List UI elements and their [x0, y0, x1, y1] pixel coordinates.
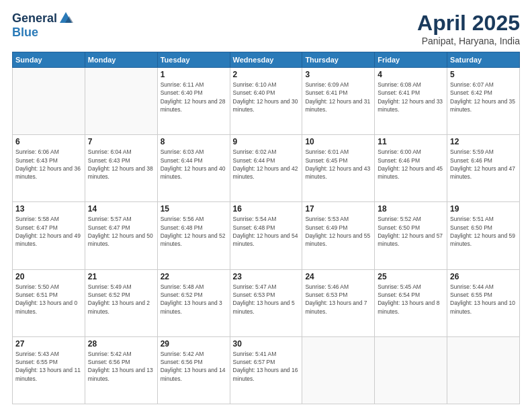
- day-detail: Sunrise: 5:49 AMSunset: 6:52 PMDaylight:…: [88, 283, 154, 316]
- title-block: April 2025 Panipat, Haryana, India: [417, 11, 520, 46]
- day-detail: Sunrise: 6:07 AMSunset: 6:42 PMDaylight:…: [450, 81, 517, 113]
- day-detail: Sunrise: 5:57 AMSunset: 6:47 PMDaylight:…: [88, 215, 154, 248]
- table-row: 27 Sunrise: 5:43 AMSunset: 6:55 PMDaylig…: [13, 336, 85, 404]
- day-number: 22: [161, 272, 227, 281]
- day-number: 12: [450, 137, 517, 146]
- table-row: 15 Sunrise: 5:56 AMSunset: 6:48 PMDaylig…: [157, 202, 230, 269]
- day-detail: Sunrise: 5:43 AMSunset: 6:55 PMDaylight:…: [15, 350, 82, 383]
- header-wednesday: Wednesday: [230, 52, 302, 68]
- day-number: 11: [378, 137, 444, 146]
- title-month: April 2025: [417, 11, 520, 36]
- day-detail: Sunrise: 5:42 AMSunset: 6:56 PMDaylight:…: [161, 350, 227, 383]
- day-detail: Sunrise: 6:06 AMSunset: 6:43 PMDaylight:…: [15, 148, 82, 181]
- day-detail: Sunrise: 6:01 AMSunset: 6:45 PMDaylight:…: [305, 148, 371, 181]
- table-row: [85, 68, 157, 135]
- table-row: 5 Sunrise: 6:07 AMSunset: 6:42 PMDayligh…: [447, 68, 520, 135]
- logo-general-text: General: [12, 11, 57, 26]
- day-number: 8: [161, 137, 227, 146]
- day-number: 27: [15, 339, 82, 349]
- page: General Blue April 2025 Panipat, Haryana…: [0, 0, 532, 411]
- table-row: 26 Sunrise: 5:44 AMSunset: 6:55 PMDaylig…: [447, 269, 520, 336]
- table-row: 8 Sunrise: 6:03 AMSunset: 6:44 PMDayligh…: [157, 135, 230, 202]
- day-number: 6: [15, 137, 82, 146]
- day-detail: Sunrise: 5:54 AMSunset: 6:48 PMDaylight:…: [233, 215, 300, 248]
- table-row: 14 Sunrise: 5:57 AMSunset: 6:47 PMDaylig…: [85, 202, 157, 269]
- day-number: 16: [233, 204, 300, 214]
- day-detail: Sunrise: 5:53 AMSunset: 6:49 PMDaylight:…: [305, 215, 371, 248]
- logo: General Blue: [12, 11, 73, 40]
- table-row: 19 Sunrise: 5:51 AMSunset: 6:50 PMDaylig…: [447, 202, 520, 269]
- day-number: 1: [161, 70, 227, 79]
- table-row: 11 Sunrise: 6:00 AMSunset: 6:46 PMDaylig…: [375, 135, 447, 202]
- table-row: 18 Sunrise: 5:52 AMSunset: 6:50 PMDaylig…: [375, 202, 447, 269]
- day-number: 28: [88, 339, 154, 349]
- header-friday: Friday: [375, 52, 447, 68]
- day-number: 23: [233, 272, 300, 281]
- table-row: 10 Sunrise: 6:01 AMSunset: 6:45 PMDaylig…: [302, 135, 375, 202]
- table-row: 2 Sunrise: 6:10 AMSunset: 6:40 PMDayligh…: [230, 68, 302, 135]
- table-row: 4 Sunrise: 6:08 AMSunset: 6:41 PMDayligh…: [375, 68, 447, 135]
- day-detail: Sunrise: 6:03 AMSunset: 6:44 PMDaylight:…: [161, 148, 227, 181]
- day-number: 13: [15, 204, 82, 214]
- day-number: 3: [305, 70, 371, 79]
- day-number: 15: [161, 204, 227, 214]
- day-detail: Sunrise: 5:51 AMSunset: 6:50 PMDaylight:…: [450, 215, 517, 248]
- header-sunday: Sunday: [13, 52, 85, 68]
- day-number: 4: [378, 70, 444, 79]
- table-row: [13, 68, 85, 135]
- day-detail: Sunrise: 6:09 AMSunset: 6:41 PMDaylight:…: [305, 81, 371, 113]
- table-row: 12 Sunrise: 5:59 AMSunset: 6:46 PMDaylig…: [447, 135, 520, 202]
- table-row: 22 Sunrise: 5:48 AMSunset: 6:52 PMDaylig…: [157, 269, 230, 336]
- table-row: 3 Sunrise: 6:09 AMSunset: 6:41 PMDayligh…: [302, 68, 375, 135]
- header: General Blue April 2025 Panipat, Haryana…: [12, 11, 520, 46]
- table-row: [375, 336, 447, 404]
- table-row: 29 Sunrise: 5:42 AMSunset: 6:56 PMDaylig…: [157, 336, 230, 404]
- day-number: 18: [378, 204, 444, 214]
- day-number: 21: [88, 272, 154, 281]
- day-detail: Sunrise: 6:08 AMSunset: 6:41 PMDaylight:…: [378, 81, 444, 113]
- calendar-header-row: Sunday Monday Tuesday Wednesday Thursday…: [13, 52, 520, 68]
- logo-blue-text: Blue: [12, 26, 38, 39]
- table-row: 24 Sunrise: 5:46 AMSunset: 6:53 PMDaylig…: [302, 269, 375, 336]
- day-number: 25: [378, 272, 444, 281]
- day-detail: Sunrise: 5:48 AMSunset: 6:52 PMDaylight:…: [161, 283, 227, 316]
- day-detail: Sunrise: 6:11 AMSunset: 6:40 PMDaylight:…: [161, 81, 227, 113]
- table-row: 30 Sunrise: 5:41 AMSunset: 6:57 PMDaylig…: [230, 336, 302, 404]
- day-number: 19: [450, 204, 517, 214]
- table-row: 28 Sunrise: 5:42 AMSunset: 6:56 PMDaylig…: [85, 336, 157, 404]
- day-number: 20: [15, 272, 82, 281]
- day-detail: Sunrise: 5:41 AMSunset: 6:57 PMDaylight:…: [233, 350, 300, 383]
- title-location: Panipat, Haryana, India: [417, 36, 520, 46]
- header-tuesday: Tuesday: [157, 52, 230, 68]
- day-detail: Sunrise: 5:44 AMSunset: 6:55 PMDaylight:…: [450, 283, 517, 316]
- day-detail: Sunrise: 6:02 AMSunset: 6:44 PMDaylight:…: [233, 148, 300, 181]
- table-row: 7 Sunrise: 6:04 AMSunset: 6:43 PMDayligh…: [85, 135, 157, 202]
- table-row: 21 Sunrise: 5:49 AMSunset: 6:52 PMDaylig…: [85, 269, 157, 336]
- day-number: 7: [88, 137, 154, 146]
- day-number: 14: [88, 204, 154, 214]
- table-row: 9 Sunrise: 6:02 AMSunset: 6:44 PMDayligh…: [230, 135, 302, 202]
- table-row: [302, 336, 375, 404]
- header-thursday: Thursday: [302, 52, 375, 68]
- day-number: 24: [305, 272, 371, 281]
- table-row: 20 Sunrise: 5:50 AMSunset: 6:51 PMDaylig…: [13, 269, 85, 336]
- day-number: 10: [305, 137, 371, 146]
- day-detail: Sunrise: 5:52 AMSunset: 6:50 PMDaylight:…: [378, 215, 444, 248]
- table-row: 13 Sunrise: 5:58 AMSunset: 6:47 PMDaylig…: [13, 202, 85, 269]
- day-detail: Sunrise: 5:59 AMSunset: 6:46 PMDaylight:…: [450, 148, 517, 181]
- table-row: 16 Sunrise: 5:54 AMSunset: 6:48 PMDaylig…: [230, 202, 302, 269]
- day-detail: Sunrise: 5:50 AMSunset: 6:51 PMDaylight:…: [15, 283, 82, 316]
- day-detail: Sunrise: 5:47 AMSunset: 6:53 PMDaylight:…: [233, 283, 300, 316]
- day-detail: Sunrise: 5:46 AMSunset: 6:53 PMDaylight:…: [305, 283, 371, 316]
- table-row: 25 Sunrise: 5:45 AMSunset: 6:54 PMDaylig…: [375, 269, 447, 336]
- day-detail: Sunrise: 5:58 AMSunset: 6:47 PMDaylight:…: [15, 215, 82, 248]
- day-detail: Sunrise: 5:42 AMSunset: 6:56 PMDaylight:…: [88, 350, 154, 383]
- day-number: 9: [233, 137, 300, 146]
- day-number: 30: [233, 339, 300, 349]
- header-monday: Monday: [85, 52, 157, 68]
- table-row: [447, 336, 520, 404]
- day-number: 17: [305, 204, 371, 214]
- calendar-table: Sunday Monday Tuesday Wednesday Thursday…: [12, 52, 520, 404]
- logo-icon: [58, 11, 73, 26]
- day-detail: Sunrise: 5:45 AMSunset: 6:54 PMDaylight:…: [378, 283, 444, 316]
